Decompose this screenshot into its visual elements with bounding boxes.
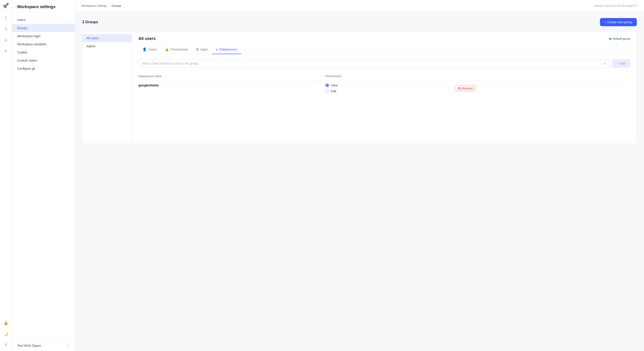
group-list: All users Admin (82, 31, 132, 144)
view-radio[interactable] (326, 83, 329, 87)
view-permission-row[interactable]: View (326, 83, 454, 87)
app-logo[interactable]: 🚀 (3, 3, 9, 8)
tab-permissions-label: Permissions (171, 48, 188, 51)
sidebar-item-copilot[interactable]: Copilot (12, 48, 75, 56)
col-datasource-name: Datasource name (138, 73, 326, 80)
chevron-down-icon: ∨ (67, 344, 69, 348)
remove-datasource-button[interactable]: 🗑 Remove (454, 85, 476, 92)
edit-permission-row[interactable]: Edit (326, 89, 454, 93)
bell-icon[interactable]: 🔔 (2, 319, 10, 326)
version-label: Version 2.33.6-ee2.15.19-cloud2.3.7 (594, 4, 638, 7)
remove-label: Remove (462, 87, 473, 90)
package-icon[interactable]: ⧉ (3, 48, 8, 54)
tab-users[interactable]: 👤 Users (138, 45, 161, 54)
sidebar-item-configure-git[interactable]: Configure git (12, 64, 75, 73)
sidebar-nav: Users Groups Workspace login Workspace v… (12, 13, 75, 340)
group-list-item-admin[interactable]: Admin (82, 42, 132, 50)
chevron-down-icon: ∨ (604, 62, 606, 65)
tab-users-label: Users (148, 48, 157, 51)
tab-apps[interactable]: ⊞ Apps (192, 45, 212, 54)
tab-datasources[interactable]: ≡ Datasources (212, 45, 241, 54)
datasource-select[interactable]: Select Data Sources to add to the group … (138, 59, 610, 68)
sidebar-item-groups[interactable]: Groups (12, 24, 75, 32)
sidebar-item-workspace-variables[interactable]: Workspace variables (12, 40, 75, 48)
tabs: 👤 Users 🔒 Permissions ⊞ Apps ≡ Datasourc… (138, 45, 630, 54)
edit-label: Edit (331, 89, 336, 93)
apps-icon: ⊞ (196, 47, 199, 51)
tab-datasources-label: Datasources (220, 48, 237, 51)
create-new-group-button[interactable]: + Create new group (600, 18, 637, 26)
group-list-item-all-users[interactable]: All users (82, 34, 132, 42)
sidebar-item-workspace-login[interactable]: Workspace login (12, 32, 75, 40)
settings-icon[interactable]: ⚙ (3, 341, 9, 348)
default-group-badge: Default group (609, 37, 630, 40)
datasources-icon: ≡ (216, 48, 218, 51)
sidebar-item-users[interactable]: Users (12, 16, 75, 24)
workspace-name: Test Work Space (17, 344, 41, 348)
sidebar-item-custom-styles[interactable]: Custom styles (12, 56, 75, 64)
add-datasource-button[interactable]: + Add (612, 59, 630, 68)
sidebar-footer[interactable]: Test Work Space ∨ (12, 340, 75, 351)
group-detail-header: All users Default group (138, 36, 630, 41)
trash-icon: 🗑 (458, 87, 461, 90)
datasource-add-row: Select Data Sources to add to the group … (138, 59, 630, 68)
sidebar: Workspace settings Users Groups Workspac… (12, 0, 75, 351)
users-icon: 👤 (142, 47, 147, 51)
topbar: Workspace settings › Groups Version 2.33… (75, 0, 644, 12)
datasource-permissions: View Edit (326, 80, 454, 96)
datasource-actions: 🗑 Remove (454, 80, 630, 96)
layers-icon[interactable]: ⊛ (3, 36, 8, 43)
tab-apps-label: Apps (200, 48, 208, 51)
default-dot-icon (609, 38, 611, 40)
group-detail: All users Default group 👤 Users 🔒 Permis… (132, 31, 636, 144)
content-area: 2 Groups + Create new group All users Ad… (75, 12, 644, 351)
tab-permissions[interactable]: 🔒 Permissions (161, 45, 192, 54)
col-actions (454, 73, 630, 80)
datasource-select-placeholder: Select Data Sources to add to the group (142, 62, 198, 65)
content-header: 2 Groups + Create new group (82, 18, 637, 26)
groups-panel: All users Admin All users Default group … (82, 31, 637, 144)
groups-count: 2 Groups (82, 20, 98, 24)
group-title: All users (138, 36, 156, 41)
default-group-label: Default group (612, 37, 630, 40)
datasource-name: googlesheets (138, 80, 326, 96)
icon-rail: 🚀 ⠿ ☰ ⊛ ⧉ 🔔 🌙 ⚙ (0, 0, 12, 351)
breadcrumb-separator: › (108, 4, 110, 7)
datasource-table: Datasource name Permissions googlesheets (138, 73, 630, 96)
list-icon[interactable]: ☰ (3, 25, 9, 32)
col-permissions: Permissions (326, 73, 454, 80)
edit-radio[interactable] (326, 89, 329, 93)
main-content: Workspace settings › Groups Version 2.33… (75, 0, 644, 351)
breadcrumb-current: Groups (112, 4, 121, 7)
moon-icon[interactable]: 🌙 (2, 330, 10, 337)
sidebar-title: Workspace settings (12, 0, 75, 13)
breadcrumb: Workspace settings › Groups (81, 4, 121, 7)
lock-icon: 🔒 (165, 47, 169, 51)
breadcrumb-parent[interactable]: Workspace settings (81, 4, 107, 7)
table-row: googlesheets View Edit (138, 80, 630, 96)
view-label: View (331, 83, 338, 87)
grid-icon[interactable]: ⠿ (3, 14, 8, 21)
